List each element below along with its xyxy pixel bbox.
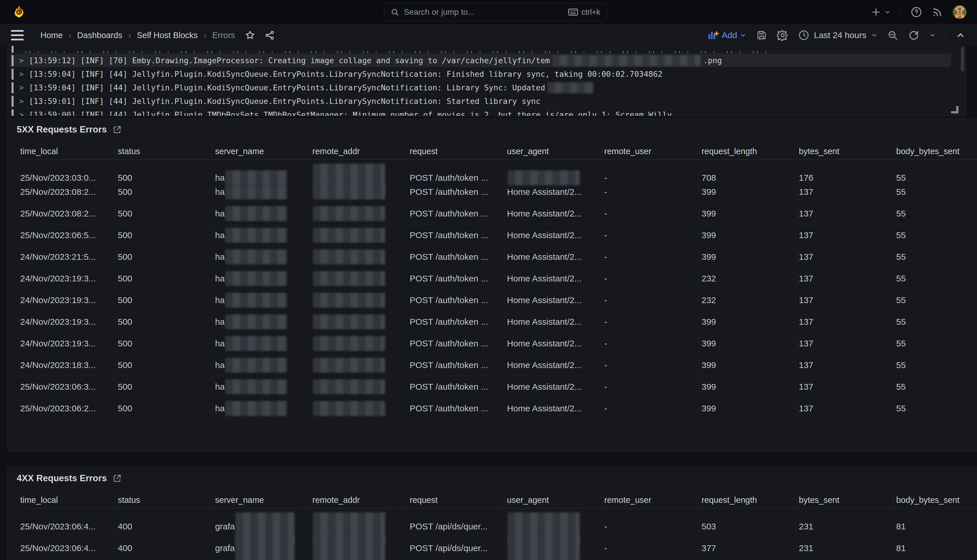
column-header[interactable]: server_name [212,492,310,508]
column-header[interactable]: status [115,143,212,159]
table-cell: POST /auth/token ... [407,355,504,376]
column-header[interactable]: request_length [699,492,796,508]
table-cell: 137 [796,311,893,333]
cell-text: 500 [118,230,132,240]
dashboard-settings-button[interactable] [777,30,789,41]
table-cell: 25/Nov/2023:08:2... [18,181,115,203]
log-expand-icon[interactable]: > [19,70,24,78]
column-header[interactable]: status [115,492,212,508]
column-header[interactable]: remote_addr [310,492,407,508]
log-expand-icon[interactable]: > [19,97,24,105]
table-cell: 25/Nov/2023:06:5... [18,225,115,246]
cell-text: 24/Nov/2023:19:3... [20,317,96,327]
column-header[interactable]: remote_user [601,492,699,508]
collapse-toolbar-button[interactable] [955,30,965,40]
menu-toggle-button[interactable] [11,30,24,40]
table-cell: 24/Nov/2023:19:3... [18,268,115,289]
add-panel-button[interactable]: Add [707,30,746,40]
log-row[interactable]: >[13:59:04] [INF] [44] Jellyfin.Plugin.K… [10,81,951,94]
cell-text: 377 [702,543,716,553]
column-header[interactable]: remote_user [601,143,699,159]
cell-text: 137 [799,273,813,283]
news-button[interactable] [932,7,943,18]
new-item-button[interactable] [871,7,891,17]
column-header[interactable]: request_length [699,143,796,159]
help-icon [910,7,922,18]
panel-title[interactable]: 4XX Requests Errors [17,473,107,483]
cell-text: - [604,252,607,262]
log-expand-icon[interactable]: > [19,110,24,116]
cell-text: ha [215,187,225,197]
column-header[interactable]: request [407,492,504,508]
logs-scrollbar-thumb[interactable] [961,47,964,71]
table-row: 24/Nov/2023:21:5...500haPOST /auth/token… [18,246,977,268]
column-header[interactable]: server_name [212,143,310,159]
table-cell: 400 [115,530,212,560]
column-header[interactable]: bytes_sent [796,492,893,508]
divider [945,29,946,42]
panel-resize-handle[interactable] [951,106,959,113]
log-level-bar [12,69,13,80]
help-button[interactable] [910,7,922,18]
time-range-picker[interactable]: Last 24 hours [798,30,877,41]
grafana-logo[interactable] [13,5,26,19]
refresh-interval-chevron-icon[interactable] [929,32,936,38]
table-row: 24/Nov/2023:19:3...500haPOST /auth/token… [18,333,977,355]
star-icon [245,30,255,40]
log-expand-icon[interactable]: > [19,83,24,92]
column-header[interactable]: body_bytes_sent [893,492,977,508]
cell-text: 55 [896,273,906,283]
share-button[interactable] [265,30,275,40]
table-cell: 55 [893,246,977,268]
log-row[interactable]: >[13:59:01] [INF] [44] Jellyfin.Plugin.K… [10,95,951,108]
column-header[interactable]: time_local [18,143,115,159]
table-cell: 24/Nov/2023:18:3... [18,355,115,376]
log-row[interactable]: >[13:59:00] [INF] [44] Jellyfin.Plugin.T… [10,108,951,116]
panel-title[interactable]: 5XX Requests Errors [17,124,107,135]
breadcrumb-item[interactable]: Dashboards [77,31,122,40]
table-cell: 137 [796,355,893,376]
table-cell: 500 [115,311,212,333]
cell-text: 25/Nov/2023:06:2... [20,403,96,413]
redacted-text [547,82,594,93]
column-header[interactable]: body_bytes_sent [893,143,977,159]
breadcrumb-item[interactable]: Self Host Blocks [137,31,198,40]
refresh-button[interactable] [908,30,920,41]
logs-scrollbar[interactable] [960,45,965,115]
external-link-icon[interactable] [113,474,122,483]
cell-text: 24/Nov/2023:18:3... [20,360,96,370]
column-header[interactable]: user_agent [504,143,601,159]
redacted-cell [313,185,385,200]
log-expand-icon[interactable]: > [19,56,24,65]
column-header[interactable]: time_local [18,492,115,508]
column-header[interactable]: bytes_sent [796,143,893,159]
table-header-row: time_localstatusserver_nameremote_addrre… [18,143,977,160]
search-input[interactable]: Search or jump to... ctrl+k [384,3,607,22]
log-row[interactable]: >[13:59:04] [INF] [44] Jellyfin.Plugin.K… [10,68,951,81]
table-cell: 24/Nov/2023:19:3... [18,290,115,311]
table-cell: - [601,398,699,419]
cell-text: POST /auth/token ... [410,338,488,348]
external-link-icon[interactable] [113,125,122,134]
table-cell [310,290,407,311]
favorite-button[interactable] [245,30,255,40]
panel-5xx-requests-errors: 5XX Requests Errors time_localstatusserv… [7,118,977,452]
table-cell: - [601,311,699,333]
column-header[interactable]: remote_addr [310,143,407,159]
table-cell: 24/Nov/2023:19:3... [18,333,115,354]
cell-text: 500 [118,187,132,197]
column-header[interactable]: user_agent [504,492,601,508]
cell-text: 55 [896,187,906,197]
redacted-cell [508,534,580,560]
cell-text: 500 [118,403,132,413]
user-avatar[interactable] [953,5,967,19]
log-row[interactable]: >[13:59:12] [INF] [70] Emby.Drawing.Imag… [10,54,951,67]
column-header[interactable]: request [407,143,504,159]
log-message: [13:59:00] [INF] [44] Jellyfin.Plugin.TM… [29,110,686,116]
save-dashboard-button[interactable] [756,30,767,41]
chevron-up-icon [955,30,965,40]
breadcrumb-item[interactable]: Home [40,31,63,40]
table-row: 25/Nov/2023:06:3...500haPOST /auth/token… [18,376,977,398]
table-cell: 399 [699,333,796,354]
zoom-out-button[interactable] [887,30,898,41]
